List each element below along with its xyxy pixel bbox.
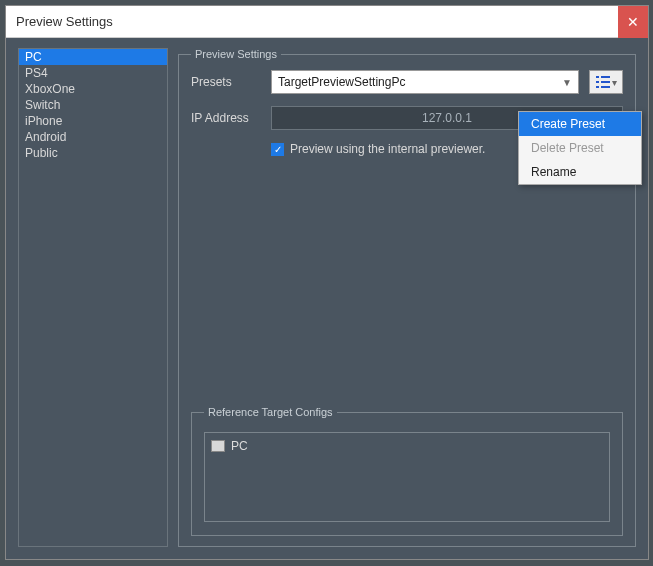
list-icon <box>596 76 610 88</box>
presets-value: TargetPreviewSettingPc <box>278 75 405 89</box>
target-item-ps4[interactable]: PS4 <box>19 65 167 81</box>
internal-previewer-checkbox[interactable]: ✓ <box>271 143 284 156</box>
targets-list[interactable]: PC PS4 XboxOne Switch iPhone Android Pub… <box>18 48 168 547</box>
window-title: Preview Settings <box>16 14 113 29</box>
presets-label: Presets <box>191 75 261 89</box>
reference-list[interactable]: PC <box>204 432 610 522</box>
target-item-pc[interactable]: PC <box>19 49 167 65</box>
ip-label: IP Address <box>191 111 261 125</box>
close-icon: ✕ <box>627 14 639 30</box>
presets-menu-button[interactable]: ▾ <box>589 70 623 94</box>
reference-item-label: PC <box>231 439 248 453</box>
close-button[interactable]: ✕ <box>618 6 648 38</box>
presets-dropdown[interactable]: TargetPreviewSettingPc ▼ <box>271 70 579 94</box>
target-item-switch[interactable]: Switch <box>19 97 167 113</box>
preview-settings-legend: Preview Settings <box>191 48 281 60</box>
menu-item-rename[interactable]: Rename <box>519 160 641 184</box>
reference-fieldset: Reference Target Configs PC <box>191 406 623 536</box>
reference-legend: Reference Target Configs <box>204 406 337 418</box>
monitor-icon <box>211 440 225 452</box>
chevron-down-icon: ▼ <box>562 77 572 88</box>
target-item-android[interactable]: Android <box>19 129 167 145</box>
preview-settings-dialog: Preview Settings ✕ PC PS4 XboxOne Switch… <box>5 5 649 560</box>
target-item-public[interactable]: Public <box>19 145 167 161</box>
internal-previewer-label: Preview using the internal previewer. <box>290 142 485 156</box>
titlebar: Preview Settings ✕ <box>6 6 648 38</box>
menu-item-delete-preset: Delete Preset <box>519 136 641 160</box>
chevron-down-icon: ▾ <box>612 77 617 88</box>
target-item-xboxone[interactable]: XboxOne <box>19 81 167 97</box>
presets-context-menu: Create Preset Delete Preset Rename <box>518 111 642 185</box>
menu-item-create-preset[interactable]: Create Preset <box>519 112 641 136</box>
reference-item-pc[interactable]: PC <box>211 439 603 453</box>
presets-row: Presets TargetPreviewSettingPc ▼ ▾ <box>191 70 623 94</box>
target-item-iphone[interactable]: iPhone <box>19 113 167 129</box>
